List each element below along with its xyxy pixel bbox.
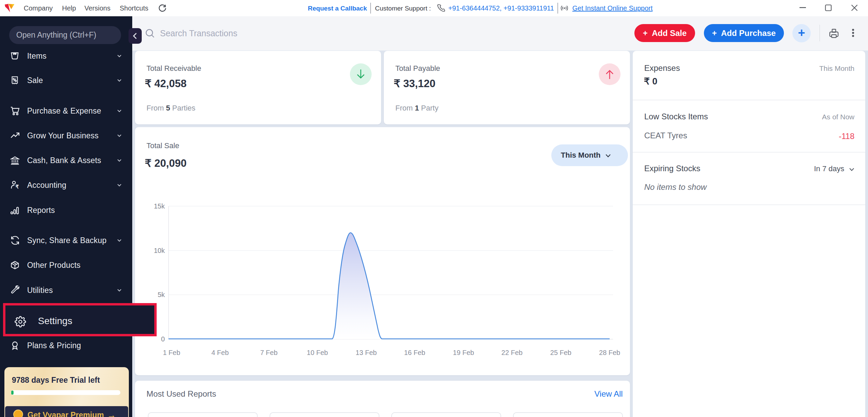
svg-text:10k: 10k	[154, 247, 165, 254]
svg-text:19 Feb: 19 Feb	[453, 349, 474, 356]
svg-text:10 Feb: 10 Feb	[307, 349, 328, 356]
svg-text:₹: ₹	[16, 184, 19, 190]
svg-text:4 Feb: 4 Feb	[211, 349, 229, 356]
svg-text:7 Feb: 7 Feb	[260, 349, 277, 356]
svg-text:25 Feb: 25 Feb	[550, 349, 571, 356]
svg-text:15k: 15k	[154, 202, 165, 210]
svg-text:13 Feb: 13 Feb	[356, 349, 377, 356]
svg-text:1 Feb: 1 Feb	[163, 349, 180, 356]
svg-text:28 Feb: 28 Feb	[599, 349, 620, 356]
svg-text:5k: 5k	[158, 291, 165, 298]
svg-text:16 Feb: 16 Feb	[404, 349, 425, 356]
svg-text:22 Feb: 22 Feb	[501, 349, 522, 356]
svg-text:0: 0	[161, 335, 165, 343]
